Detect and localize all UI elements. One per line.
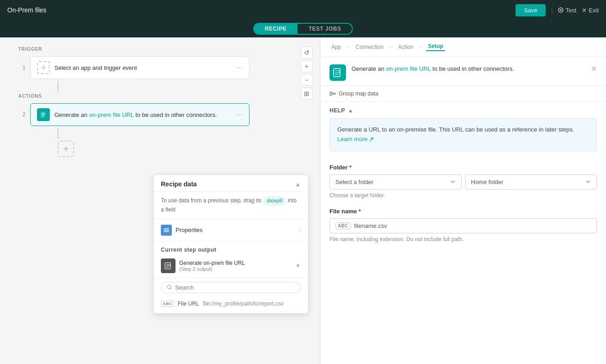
- main-layout: TRIGGER 1 Select an app and trigger even…: [0, 37, 606, 364]
- step-1-number: 1: [18, 64, 26, 71]
- learn-more-link[interactable]: Learn more: [337, 135, 374, 144]
- nav-app[interactable]: App: [330, 44, 343, 50]
- step-1-icon-placeholder: [37, 61, 50, 74]
- step-2-box[interactable]: Generate an on-prem file URL to be used …: [30, 103, 250, 126]
- step-output-info: Generate on-prem file URL (Step 2 output…: [179, 260, 245, 272]
- svg-rect-5: [164, 231, 169, 232]
- right-panel: App → Connection → Action → Setup Genera…: [320, 37, 606, 364]
- app-title: On-Prem files: [7, 6, 47, 14]
- help-section: HELP ▲ Generate a URL to an on-premise f…: [320, 102, 606, 157]
- add-step-button[interactable]: +: [58, 141, 74, 157]
- nav-arrow-3: →: [418, 44, 423, 50]
- search-icon: [167, 285, 172, 290]
- step-output-name: Generate on-prem file URL: [179, 260, 245, 266]
- actions-label: ACTIONS: [18, 94, 302, 99]
- folder-help: Choose a target folder.: [330, 192, 597, 199]
- refresh-button[interactable]: ↺: [301, 47, 313, 58]
- help-header[interactable]: HELP ▲: [330, 107, 597, 114]
- test-button[interactable]: Test: [558, 7, 576, 14]
- nav-arrow-1: →: [346, 44, 351, 50]
- group-map-button[interactable]: Group map data: [330, 90, 378, 97]
- search-input-wrap: [161, 282, 301, 293]
- current-step-header: Current step output: [154, 242, 308, 256]
- tab-recipe[interactable]: RECIPE: [254, 24, 298, 34]
- file-url-row: ABC File URL file://my_profile/path/to/r…: [154, 297, 308, 313]
- app-icon: [330, 64, 346, 81]
- step-2-link[interactable]: on-prem file URL: [89, 111, 134, 118]
- nav-arrow-2: →: [388, 44, 393, 50]
- svg-rect-11: [330, 94, 331, 95]
- right-header-left: Generate an on-prem file URL to be used …: [330, 64, 514, 81]
- divider: |: [551, 7, 553, 14]
- step-1-row: 1 Select an app and trigger event ···: [18, 56, 302, 79]
- exit-button[interactable]: ✕ Exit: [582, 7, 599, 14]
- recipe-panel-title: Recipe data: [161, 180, 197, 188]
- right-panel-header: Generate an on-prem file URL to be used …: [320, 57, 606, 86]
- step-output-sub: (Step 2 output): [179, 266, 245, 272]
- step-2-number: 2: [18, 111, 26, 118]
- nav-connection[interactable]: Connection: [354, 44, 385, 50]
- form-section: Folder * Select a folder Home folder Cho…: [320, 157, 606, 364]
- properties-row[interactable]: Properties ›: [154, 219, 308, 241]
- step-2-menu[interactable]: ···: [237, 111, 243, 119]
- file-url-label: File URL: [178, 301, 199, 307]
- folder-select-secondary[interactable]: Home folder: [465, 174, 597, 190]
- svg-point-7: [167, 285, 171, 289]
- svg-marker-1: [560, 9, 563, 11]
- right-header-link[interactable]: on-prem file URL: [386, 65, 431, 72]
- close-button[interactable]: ✕: [591, 64, 597, 73]
- file-name-input[interactable]: [354, 222, 591, 229]
- help-box: Generate a URL to an on-premise file. Th…: [330, 118, 597, 151]
- file-url-path: file://my_profile/path/to/report.csv: [203, 301, 284, 307]
- folder-label: Folder *: [330, 164, 597, 171]
- search-input[interactable]: [175, 284, 295, 291]
- file-name-help: File name, including extension. Do not i…: [330, 236, 597, 243]
- step-output-icon: [161, 258, 175, 273]
- properties-left: Properties: [161, 225, 202, 236]
- step-2-icon: [37, 108, 50, 121]
- topbar-actions: Save | Test ✕ Exit: [516, 4, 599, 16]
- nav-setup[interactable]: Setup: [426, 43, 445, 51]
- folder-required: *: [348, 164, 352, 171]
- current-step-title: Current step output: [161, 247, 217, 253]
- recipe-panel-header: Recipe data ▲: [154, 175, 308, 192]
- abc-badge: ABC: [161, 301, 174, 307]
- tab-test-jobs[interactable]: TEST JOBS: [298, 24, 352, 34]
- datapill-badge: datapill: [263, 196, 286, 206]
- topbar: On-Prem files Save | Test ✕ Exit: [0, 0, 606, 20]
- tabbar: RECIPE TEST JOBS: [0, 20, 606, 37]
- properties-chevron: ›: [299, 227, 301, 233]
- steps-nav: App → Connection → Action → Setup: [320, 37, 606, 57]
- svg-line-8: [171, 289, 172, 290]
- zoom-out-button[interactable]: −: [301, 74, 313, 86]
- tab-group: RECIPE TEST JOBS: [253, 23, 353, 35]
- step-output-chevron: ▼: [295, 263, 301, 269]
- connector-2: [58, 128, 58, 139]
- file-name-label: File name *: [330, 208, 597, 215]
- canvas-panel: TRIGGER 1 Select an app and trigger even…: [0, 37, 320, 364]
- step-2-label: Generate an on-prem file URL to be used …: [54, 111, 232, 118]
- connector-1: [58, 81, 58, 92]
- svg-rect-4: [164, 230, 169, 231]
- properties-icon: [161, 225, 172, 236]
- zoom-in-button[interactable]: +: [301, 60, 313, 72]
- save-button[interactable]: Save: [516, 4, 546, 16]
- step-output-row[interactable]: Generate on-prem file URL (Step 2 output…: [154, 256, 308, 278]
- folder-select-main[interactable]: Select a folder: [330, 174, 462, 190]
- svg-rect-10: [330, 92, 331, 93]
- recipe-panel-desc: To use data from a previous step, drag i…: [154, 192, 308, 219]
- external-link-icon: [369, 137, 374, 142]
- properties-label: Properties: [175, 227, 202, 233]
- search-row: [154, 278, 308, 297]
- help-label: HELP: [330, 107, 345, 114]
- trigger-label: TRIGGER: [18, 47, 302, 52]
- group-map-icon: [330, 90, 336, 97]
- recipe-panel-toggle[interactable]: ▲: [295, 181, 301, 188]
- file-name-required: *: [357, 208, 361, 215]
- folder-secondary-chevron: [585, 179, 591, 185]
- abc-label: ABC: [335, 222, 351, 229]
- fit-button[interactable]: ⊞: [301, 88, 313, 100]
- nav-action[interactable]: Action: [396, 44, 415, 50]
- step-1-box[interactable]: Select an app and trigger event ···: [30, 56, 250, 79]
- step-1-menu[interactable]: ···: [237, 63, 243, 72]
